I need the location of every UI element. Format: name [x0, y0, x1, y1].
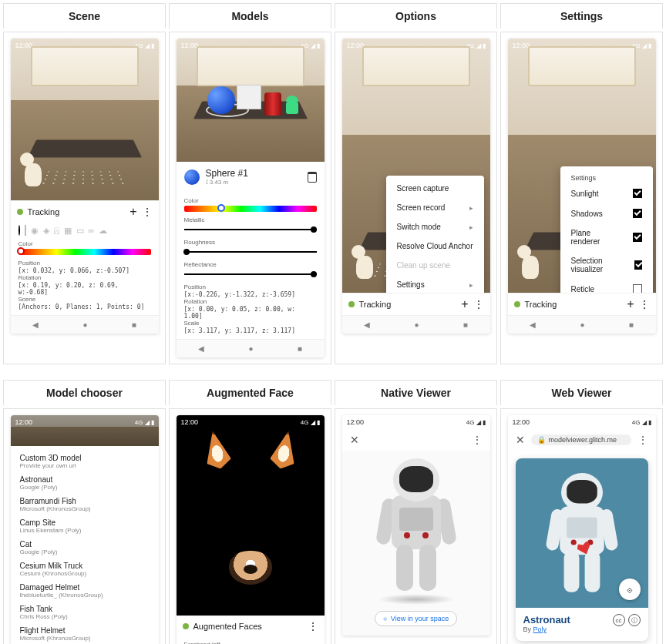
checkbox-icon[interactable]	[633, 209, 642, 218]
col-header-model-chooser: Model chooser	[3, 380, 166, 405]
close-button[interactable]: ✕	[516, 434, 525, 446]
options-menu: Screen capture Screen record▸ Switch mod…	[386, 176, 484, 293]
view-in-space-button[interactable]: ⟐ View in your space	[375, 611, 457, 626]
more-button[interactable]: ⋮	[308, 621, 318, 632]
model-sphere[interactable]	[207, 86, 235, 114]
model-chooser-list[interactable]: Custom 3D modelProvide your own urlAstro…	[11, 446, 159, 644]
metallic-slider[interactable]	[184, 225, 317, 234]
astronaut-model[interactable]	[370, 458, 462, 597]
author-link[interactable]: Poly	[533, 626, 547, 633]
position-value: [x: 0.032, y: 0.066, z:-0.507]	[18, 267, 151, 274]
more-button[interactable]: ⋮	[142, 206, 153, 217]
position-label: Position	[18, 260, 151, 267]
tool-cylinder-icon[interactable]: ◉	[31, 226, 39, 236]
menu-screen-capture[interactable]: Screen capture	[386, 179, 484, 198]
model-android[interactable]	[284, 92, 300, 114]
setting-sunlight[interactable]: Sunlight	[560, 183, 653, 203]
settings-menu: Settings Sunlight Shadows Plane renderer…	[560, 166, 653, 293]
scene-value: [Anchors: 0, Planes: 1, Points: 0]	[18, 304, 151, 310]
thumb-models: 12:00 4G◢▮ Sphere #1 ⟟ 3.43 m	[169, 32, 331, 364]
model-cylinder[interactable]	[264, 92, 281, 116]
more-button[interactable]: ⋮	[473, 299, 484, 310]
tracking-label: Tracking	[28, 207, 126, 216]
thumb-options: 12:00 4G◢▮ Screen capture Screen record▸…	[335, 32, 497, 364]
thumb-native-viewer: 12:00 4G◢▮ ✕ ⋮ ⟐	[335, 408, 497, 644]
setting-selection-visualizer[interactable]: Selection visualizer	[560, 251, 653, 279]
license-badges: cc ⓘ	[613, 614, 641, 626]
astronaut-model[interactable]	[540, 473, 624, 598]
model-color-slider[interactable]	[184, 206, 317, 212]
selected-model-title: Sphere #1	[206, 168, 248, 179]
col-header-web-viewer: Web Viewer	[500, 380, 663, 405]
selected-model-icon	[184, 169, 200, 185]
card-author: By Poly	[523, 626, 641, 633]
tool-view-icon[interactable]: ◈	[43, 226, 49, 236]
checkbox-icon[interactable]	[634, 260, 641, 270]
menu-clean-scene: Clean up scene	[386, 256, 484, 275]
fox-ear-right	[265, 428, 304, 471]
col-header-native-viewer: Native Viewer	[335, 380, 497, 405]
setting-plane-renderer[interactable]: Plane renderer	[560, 223, 653, 251]
setting-reticle[interactable]: Reticle	[560, 279, 653, 293]
thumb-augmented-face: 12:00 4G◢▮ Augmented Faces ⋮ Forehead le…	[169, 408, 331, 644]
nav-recent-icon[interactable]: ■	[132, 320, 136, 329]
chevron-right-icon: ▸	[469, 281, 473, 289]
tool-link-icon[interactable]: ∞	[89, 226, 95, 236]
ar-icon: ⟐	[383, 615, 387, 622]
add-button[interactable]: +	[130, 206, 136, 218]
close-button[interactable]: ✕	[350, 434, 359, 446]
tool-cloud-icon[interactable]: ☁	[99, 226, 107, 236]
tool-sphere-icon[interactable]	[18, 226, 20, 236]
add-button[interactable]: +	[627, 298, 634, 310]
checkbox-icon[interactable]	[633, 284, 642, 293]
model-list-item[interactable]: AstronautGoogle (Poly)	[20, 472, 150, 494]
model-list-item[interactable]: Barramundi FishMicrosoft (KhronosGroup)	[20, 494, 150, 515]
fox-ear-left	[197, 428, 236, 471]
checkbox-icon[interactable]	[633, 189, 642, 198]
menu-settings[interactable]: Settings▸	[386, 275, 484, 293]
url-bar[interactable]: 🔒 modelviewer.glitch.me	[531, 434, 631, 445]
model-list-item[interactable]: Flight HelmetMicrosoft (KhronosGroup)	[20, 623, 150, 644]
col-header-scene: Scene	[3, 3, 166, 29]
thumb-scene: 12:00 4G◢▮ Tracking + ⋮ ◉ ◈ ⍓ ▦	[3, 32, 166, 364]
more-button[interactable]: ⋮	[637, 434, 648, 445]
model-list-item[interactable]: Camp SiteLinus Ekenstam (Poly)	[20, 515, 150, 537]
menu-switch-mode[interactable]: Switch mode▸	[386, 217, 484, 236]
add-button[interactable]: +	[461, 298, 468, 310]
selected-model-distance: ⟟ 3.43 m	[206, 179, 248, 186]
tracking-indicator-icon	[183, 623, 189, 629]
color-label: Color	[18, 240, 151, 247]
checkbox-icon[interactable]	[633, 233, 641, 242]
tool-layout-icon[interactable]: ▭	[76, 226, 84, 236]
model-cube[interactable]	[237, 85, 261, 109]
ar-fab-button[interactable]: ⟐	[619, 579, 641, 600]
setting-shadows[interactable]: Shadows	[560, 203, 653, 223]
more-button[interactable]: ⋮	[472, 434, 483, 445]
thumb-settings: 12:00 4G◢▮ Settings Sunlight Shadows Pla…	[500, 32, 663, 364]
model-list-item[interactable]: Damaged Helmettheblueturtle_ (KhronosGro…	[20, 580, 150, 602]
scene-label: Scene	[18, 296, 151, 303]
color-slider[interactable]	[18, 249, 151, 255]
roughness-slider[interactable]	[184, 247, 317, 257]
forehead-left-label: Forehead left	[184, 641, 317, 644]
reflectance-slider[interactable]	[184, 270, 317, 279]
tool-cube-icon[interactable]	[25, 226, 26, 236]
tool-droid-icon[interactable]: ⍓	[54, 226, 59, 236]
tool-video-icon[interactable]: ▦	[64, 226, 72, 236]
chevron-right-icon: ▸	[469, 223, 473, 231]
menu-screen-record[interactable]: Screen record▸	[386, 198, 484, 217]
model-list-item[interactable]: Cesium Milk TruckCesium (KhronosGroup)	[20, 558, 150, 580]
model-list-item[interactable]: Custom 3D modelProvide your own url	[20, 451, 150, 472]
url-text: modelviewer.glitch.me	[549, 436, 617, 444]
model-list-item[interactable]: CatGoogle (Poly)	[20, 537, 150, 558]
delete-model-button[interactable]	[308, 172, 317, 183]
by-icon: ⓘ	[628, 614, 641, 626]
col-header-models: Models	[169, 3, 331, 29]
menu-resolve-anchor[interactable]: Resolve Cloud Anchor	[386, 236, 484, 256]
nav-home-icon[interactable]: ●	[82, 320, 87, 329]
lock-icon: 🔒	[537, 436, 546, 444]
rotation-value: [x: 0.19, y: 0.20, z: 0.69, w:-0.68]	[18, 282, 151, 296]
model-list-item[interactable]: Fish TankChris Ross (Poly)	[20, 602, 150, 623]
nav-back-icon[interactable]: ◀	[32, 320, 39, 329]
more-button[interactable]: ⋮	[639, 299, 650, 310]
